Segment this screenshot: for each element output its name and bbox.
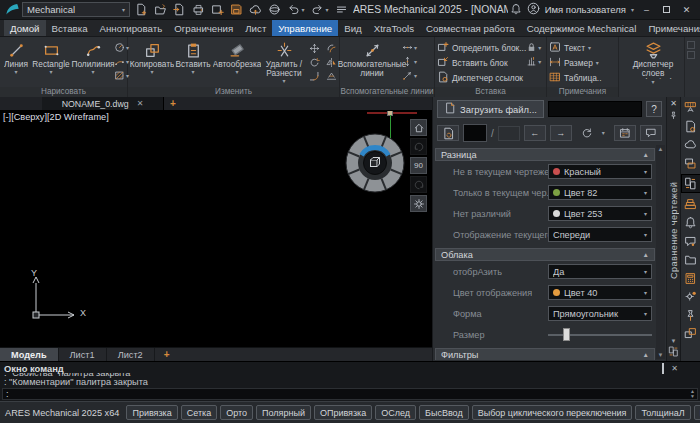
palette-close-button[interactable]: ✕ — [670, 99, 677, 109]
ribbon-button-удалить-разнести[interactable]: Удалить / Разнести▾ — [262, 39, 306, 84]
block-editor-icon[interactable] — [682, 326, 700, 341]
ribbon-button-полилиния[interactable]: Полилиния▾ — [72, 39, 114, 75]
status-toggle-полярный[interactable]: Полярный — [256, 405, 311, 420]
ribbon-button-копировать[interactable]: Копировать▾ — [130, 39, 174, 75]
dropdown-только-в-текущем-чер[interactable]: Цвет 82▾ — [548, 185, 652, 200]
comment-icon[interactable] — [682, 234, 700, 249]
ribbon-item-текст[interactable]: Текст▾ — [549, 41, 602, 55]
customize-icon[interactable] — [332, 2, 351, 18]
section-header-фильтры[interactable]: Фильтры▲ — [435, 348, 655, 360]
panel-help-button[interactable]: ? — [646, 101, 662, 117]
slider-handle[interactable] — [563, 328, 570, 341]
ribbon-button-диспетчер-слоев-mechanical[interactable]: Диспетчер слоев Mechanical..▾ — [621, 39, 685, 85]
minimize-button[interactable]: – — [639, 3, 654, 16]
sheet-set-icon[interactable] — [682, 156, 700, 171]
ribbon-scroll-up[interactable] — [687, 41, 695, 49]
save-icon[interactable] — [227, 2, 246, 18]
pin-icon[interactable] — [669, 111, 678, 122]
attribute-icon[interactable]: ▾ — [526, 55, 541, 68]
options-icon[interactable] — [682, 289, 700, 304]
new-sheet-icon[interactable] — [208, 2, 227, 18]
drawing-canvas[interactable]: [-][Сверху][2D Wireframe] 9 — [0, 111, 432, 347]
import-icon[interactable] — [170, 2, 189, 18]
size-slider[interactable] — [548, 327, 652, 342]
undo-icon[interactable]: ▾ — [284, 2, 308, 18]
dropdown-цвет-отображения[interactable]: Цвет 40▾ — [548, 285, 652, 300]
bell-icon[interactable] — [682, 215, 700, 230]
panel-scrollbar[interactable]: ▲ ▼ — [656, 145, 665, 359]
ribbon-button-автообрезка[interactable]: Автообрезка▾ — [212, 39, 262, 75]
navigation-wheel[interactable] — [344, 132, 406, 196]
close-icon[interactable]: ✕ — [137, 99, 144, 108]
ribbon-item-таблица[interactable]: Таблица.. — [549, 71, 602, 85]
cloud-icon[interactable] — [682, 137, 700, 152]
ribbon-item-определить-блок[interactable]: Определить блок... — [437, 41, 526, 55]
status-toggle-выбор-циклического-переключения[interactable]: Выбор циклического переключения — [472, 405, 633, 420]
status-toggle-опривязка[interactable]: ОПривязка — [314, 405, 372, 420]
orbit-ccw-icon[interactable] — [410, 138, 427, 155]
rotate-90-button[interactable]: 90 — [410, 157, 427, 174]
section-header-разница[interactable]: Разница▲ — [435, 148, 655, 161]
dropdown-форма[interactable]: Прямоугольник▾ — [548, 306, 652, 321]
chevron-down-icon[interactable]: ▾ — [631, 7, 634, 13]
new-layout-button[interactable]: + — [155, 348, 179, 361]
print-icon[interactable] — [265, 2, 284, 18]
close-button[interactable]: ✕ — [679, 3, 694, 16]
pin-icon[interactable] — [682, 308, 700, 323]
collapse-arrow-icon[interactable]: ▲ — [643, 351, 649, 358]
tab-домой[interactable]: Домой — [4, 20, 46, 36]
tab-примечания-mechanical[interactable]: Примечания Mechanical — [642, 20, 700, 36]
dropdown-отобразить[interactable]: Да▾ — [548, 264, 652, 279]
tab-аннотировать[interactable]: Аннотировать — [94, 20, 169, 36]
plot-icon[interactable] — [189, 2, 208, 18]
collapse-arrow-icon[interactable]: ▲ — [643, 151, 649, 158]
offset-icon[interactable] — [323, 42, 339, 55]
compare-file-input[interactable] — [548, 101, 642, 117]
avatar[interactable] — [527, 2, 540, 17]
chevron-down-icon[interactable]: ▼ — [671, 338, 677, 344]
ribbon-scroll-strip[interactable] — [685, 37, 697, 97]
command-input[interactable]: : ▲▼ — [2, 388, 698, 400]
compare-icon[interactable] — [681, 174, 700, 193]
orbit-cw-icon[interactable] — [410, 176, 427, 193]
tab-содержимое-mechanical[interactable]: Содержимое Mechanical — [521, 20, 643, 36]
refresh-button[interactable] — [576, 125, 598, 141]
circle-icon[interactable]: ▾ — [114, 41, 129, 54]
fillet-icon[interactable] — [306, 70, 322, 83]
load-file-button[interactable]: Загрузить файл... — [437, 100, 544, 118]
close-icon[interactable]: ✕ — [671, 364, 678, 373]
align-icon[interactable] — [323, 70, 339, 83]
tab-совместная-работа[interactable]: Совместная работа — [420, 20, 521, 36]
rotate-icon[interactable] — [306, 56, 322, 69]
ribbon-item-вставить-блок[interactable]: Вставить блок — [437, 56, 526, 70]
chevron-down-icon[interactable]: ▾ — [325, 7, 328, 13]
ribbon-button-линия[interactable]: Линия▾ — [2, 39, 30, 75]
tab-вид[interactable]: Вид — [338, 20, 368, 36]
new-file-icon[interactable] — [132, 2, 151, 18]
maximize-button[interactable] — [659, 3, 674, 16]
viewport-label[interactable]: [-][Сверху][2D Wireframe] — [3, 112, 109, 122]
mirror-icon[interactable] — [323, 56, 339, 69]
status-toggle-привязка[interactable]: Привязка — [126, 405, 177, 420]
bell-icon[interactable] — [510, 3, 522, 17]
ray-icon[interactable]: ▾ — [402, 69, 417, 82]
status-toggle-бысввод[interactable]: БысВвод — [419, 405, 469, 420]
status-toggle-модель[interactable]: МОДЕЛЬ — [694, 405, 700, 420]
ribbon-button-вспомогательные-линии[interactable]: Вспомогательные линии — [342, 39, 402, 78]
gear-icon[interactable] — [410, 195, 427, 212]
dropdown-отображение-текущего[interactable]: Спереди▾ — [548, 227, 652, 242]
previous-difference-button[interactable]: ← — [524, 125, 546, 141]
home-icon[interactable] — [410, 119, 427, 136]
move-icon[interactable] — [306, 42, 322, 55]
layout-tab-лист1[interactable]: Лист1 — [59, 348, 107, 361]
cline-h-icon[interactable]: ▾ — [402, 41, 417, 54]
hatch-icon[interactable]: ▾ — [114, 69, 129, 82]
status-toggle-орто[interactable]: Орто — [220, 405, 253, 420]
dropdown-нет-различий[interactable]: Цвет 253▾ — [548, 206, 652, 221]
references-icon[interactable] — [682, 197, 700, 212]
layer-states-icon[interactable] — [682, 100, 700, 115]
folder-icon[interactable] — [682, 252, 700, 267]
external-reference-icon[interactable]: ▾ — [526, 41, 541, 54]
tab-вставка[interactable]: Вставка — [46, 20, 94, 36]
calculator-icon[interactable] — [682, 271, 700, 286]
